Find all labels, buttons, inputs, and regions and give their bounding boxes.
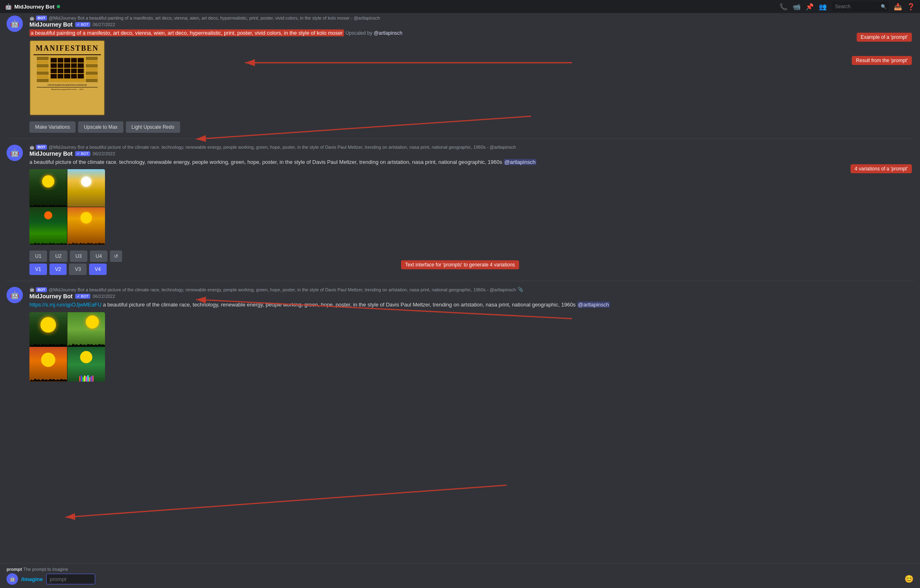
v-button-row: V1 V2 V3 V4 bbox=[29, 264, 913, 275]
avatar-2: 🤖 bbox=[7, 145, 23, 161]
prompt-input-row: 🤖 /imagine 😊 bbox=[7, 573, 913, 585]
username-2: MidJourney Bot bbox=[29, 150, 73, 157]
message-text-3: https://s.mj.run/qpOJjwMEaFU a beautiful… bbox=[29, 301, 913, 309]
poster-image-container: MANIFESTBEN bbox=[29, 40, 105, 116]
titlebar-title-text: MidJourney Bot bbox=[14, 4, 54, 10]
climate-image-container bbox=[29, 312, 105, 382]
separator-2 bbox=[7, 281, 913, 281]
message-header-3: MidJourney Bot ✓ BOT 06/22/2022 bbox=[29, 293, 913, 300]
svg-line-4 bbox=[65, 485, 507, 517]
upscaled-mention: @artlapinsch bbox=[374, 30, 402, 36]
bot-icon-sm-3: 🤖 bbox=[29, 287, 34, 292]
prompt-hint-label: prompt bbox=[7, 567, 22, 572]
verified-badge-3: ✓ BOT bbox=[75, 294, 90, 299]
u2-button[interactable]: U2 bbox=[49, 250, 67, 262]
members-icon[interactable]: 👥 bbox=[819, 2, 827, 11]
grid-image-container bbox=[29, 169, 105, 245]
avatar-1: 🤖 bbox=[7, 16, 23, 32]
message-block-3: 🤖 🤖 BOT @MidJourney Bot a beautiful pict… bbox=[0, 284, 920, 387]
verified-badge-1: ✓ BOT bbox=[75, 22, 90, 27]
command-text-3: @MidJourney Bot a beautiful picture of t… bbox=[49, 287, 516, 292]
command-header-2: 🤖 BOT @MidJourney Bot a beautiful pictur… bbox=[29, 145, 913, 150]
help-icon[interactable]: ❓ bbox=[907, 2, 915, 11]
bot-badge-3: BOT bbox=[36, 287, 47, 292]
light-upscale-redo-button[interactable]: Light Upscale Redo bbox=[126, 121, 180, 133]
command-text-1: @MidJourney Bot a beautiful painting of … bbox=[49, 16, 380, 20]
avatar-3: 🤖 bbox=[7, 287, 23, 303]
poster-bottom-text: Manifestbewegung Österreichs — 1923 bbox=[37, 87, 98, 90]
bot-icon: 🤖 bbox=[5, 3, 12, 10]
u3-button[interactable]: U3 bbox=[70, 250, 87, 262]
u-button-row: U1 U2 U3 U4 ↺ bbox=[29, 250, 913, 262]
climate-image-large bbox=[29, 312, 105, 382]
poster-title: MANIFESTBEN bbox=[33, 44, 101, 55]
prompt-hint: prompt The prompt to imagine bbox=[7, 567, 913, 572]
message-block-1: 🤖 🤖 BOT @MidJourney Bot a beautiful pain… bbox=[0, 13, 920, 135]
timestamp-2: 06/22/2022 bbox=[93, 151, 115, 156]
v1-button[interactable]: V1 bbox=[29, 264, 47, 275]
command-header-3: 🤖 BOT @MidJourney Bot a beautiful pictur… bbox=[29, 287, 913, 292]
bot-icon-sm: 🤖 bbox=[29, 16, 34, 20]
poster-image: MANIFESTBEN bbox=[29, 40, 105, 116]
v3-button[interactable]: V3 bbox=[69, 264, 87, 275]
make-variations-button[interactable]: Make Variations bbox=[29, 121, 76, 133]
u4-button[interactable]: U4 bbox=[90, 250, 107, 262]
video-icon[interactable]: 📹 bbox=[793, 2, 801, 11]
mention-2: @artlapinsch bbox=[504, 159, 536, 165]
main-layout: 🤖 🤖 BOT @MidJourney Bot a beautiful pain… bbox=[0, 13, 920, 563]
emoji-button[interactable]: 😊 bbox=[904, 575, 913, 584]
phone-icon[interactable]: 📞 bbox=[779, 2, 788, 11]
prompt-text-2: a beautiful picture of the climate race.… bbox=[29, 159, 502, 165]
search-icon: 🔍 bbox=[881, 4, 887, 9]
image-link[interactable]: https://s.mj.run/qpOJjwMEaFU bbox=[29, 302, 101, 308]
inbox-icon[interactable]: 📥 bbox=[894, 2, 902, 11]
command-header-1: 🤖 BOT @MidJourney Bot a beautiful painti… bbox=[29, 16, 913, 20]
attachment-icon: 📎 bbox=[518, 287, 523, 292]
message-text-2: a beautiful picture of the climate race.… bbox=[29, 159, 913, 166]
timestamp-3: 06/22/2022 bbox=[93, 294, 115, 299]
v4-button[interactable]: V4 bbox=[89, 264, 107, 275]
bot-icon-sm-2: 🤖 bbox=[29, 145, 34, 150]
prompt-input[interactable] bbox=[46, 574, 95, 584]
bot-badge-1: BOT bbox=[36, 16, 47, 20]
message-block-2: 🤖 🤖 BOT @MidJourney Bot a beautiful pict… bbox=[0, 142, 920, 277]
grid-cell-1 bbox=[29, 169, 67, 207]
message-header-2: MidJourney Bot ✓ BOT 06/22/2022 bbox=[29, 150, 913, 157]
grid-cell-2 bbox=[67, 169, 105, 207]
prompt-hint-text: The prompt to imagine bbox=[23, 567, 68, 572]
mention-3: @artlapinsch bbox=[577, 302, 610, 308]
prompt-avatar: 🤖 bbox=[7, 573, 18, 585]
v2-button[interactable]: V2 bbox=[49, 264, 67, 275]
grid-cell-3 bbox=[29, 207, 67, 245]
u1-button[interactable]: U1 bbox=[29, 250, 47, 262]
climate-cell-3 bbox=[29, 347, 67, 382]
upscale-to-max-button[interactable]: Upscale to Max bbox=[78, 121, 123, 133]
poster-left bbox=[37, 57, 49, 82]
poster-subtitle: VIENNAxRESTAURATIONxGEMÄLDE bbox=[47, 84, 87, 86]
button-row-1: Make Variations Upscale to Max Light Ups… bbox=[29, 121, 913, 133]
username-3: MidJourney Bot bbox=[29, 293, 73, 300]
poster-content: MANIFESTBEN bbox=[30, 41, 104, 115]
search-input[interactable] bbox=[832, 2, 889, 11]
poster-right bbox=[86, 57, 98, 82]
prompt-area: prompt The prompt to imagine 🤖 /imagine … bbox=[0, 563, 920, 588]
poster-columns bbox=[37, 57, 98, 82]
titlebar: 🤖 MidJourney Bot 📞 📹 📌 👥 🔍 📥 ❓ bbox=[0, 0, 920, 13]
climate-cell-4 bbox=[67, 347, 105, 382]
pin-icon[interactable]: 📌 bbox=[806, 2, 814, 11]
prompt-text-3: a beautiful picture of the climate race,… bbox=[103, 302, 576, 308]
upscaled-label: Upscaled by @artlapinsch bbox=[345, 30, 402, 36]
bot-badge-2: BOT bbox=[36, 145, 47, 150]
username-1: MidJourney Bot bbox=[29, 21, 73, 28]
separator-1 bbox=[7, 139, 913, 139]
titlebar-title: 🤖 MidJourney Bot bbox=[5, 3, 60, 10]
poster-building bbox=[49, 57, 85, 82]
chat-body[interactable]: 🤖 🤖 BOT @MidJourney Bot a beautiful pain… bbox=[0, 13, 920, 563]
grid-image bbox=[29, 169, 105, 245]
titlebar-actions: 📞 📹 📌 👥 🔍 📥 ❓ bbox=[779, 2, 915, 11]
grid-cell-4 bbox=[67, 207, 105, 245]
timestamp-1: 06/27/2022 bbox=[93, 22, 115, 27]
refresh-button[interactable]: ↺ bbox=[110, 250, 122, 262]
verified-badge-2: ✓ BOT bbox=[75, 151, 90, 156]
climate-cell-2 bbox=[67, 312, 105, 347]
